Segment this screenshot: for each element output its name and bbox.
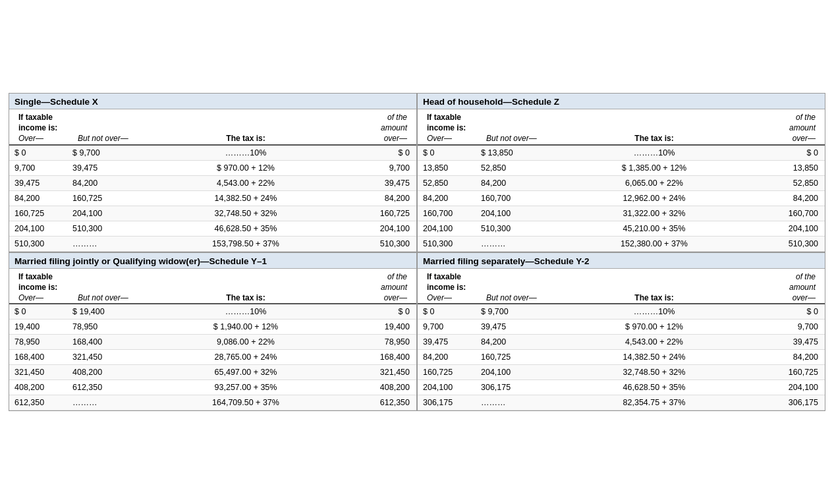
table-row: 408,200612,35093,257.00 + 35%408,200: [9, 380, 416, 395]
over-cell: $ 0: [418, 146, 477, 159]
table-row: 19,40078,950$ 1,940.00 + 12%19,400: [9, 320, 416, 335]
single-tax-label: The tax is:: [226, 134, 265, 143]
mfs-data-rows: $ 0$ 9,700………10%$ 09,70039,475$ 970.00 +…: [418, 304, 825, 410]
not-over-cell: 612,350: [69, 381, 128, 394]
over-cell: 84,200: [418, 192, 477, 205]
table-row: $ 0$ 9,700………10%$ 0: [418, 304, 825, 320]
mfj-but-not-col: But not over—: [74, 271, 133, 304]
not-over-cell: 204,100: [477, 366, 536, 379]
amount-over-cell: 160,700: [772, 207, 825, 220]
mfs-section: Married filing separately—Schedule Y-2 I…: [418, 253, 825, 411]
over-cell: 160,725: [418, 366, 477, 379]
not-over-cell: ………: [69, 237, 128, 250]
amount-over-cell: 510,300: [364, 237, 416, 250]
mfs-if-taxable-col: If taxableincome is: Over—: [423, 271, 482, 304]
table-row: 168,400321,45028,765.00 + 24%168,400: [9, 350, 416, 365]
over-cell: 510,300: [418, 237, 477, 250]
table-row: 78,950168,4009,086.00 + 22%78,950: [9, 335, 416, 350]
mfs-if-taxable: If taxableincome is:: [427, 272, 466, 292]
not-over-cell: 39,475: [477, 320, 536, 333]
table-row: 160,725204,10032,748.50 + 32%160,725: [9, 206, 416, 221]
over-cell: 19,400: [9, 320, 69, 333]
over-cell: 52,850: [418, 177, 477, 190]
single-over-label: Over—: [18, 134, 43, 143]
over-cell: 204,100: [9, 222, 69, 235]
mfs-tax-label: The tax is:: [634, 293, 673, 302]
tax-cell: 4,543.00 + 22%: [536, 335, 772, 349]
hoh-amount-col: of theamountover—: [767, 112, 820, 144]
amount-over-cell: 39,475: [364, 177, 416, 190]
table-row: 13,85052,850$ 1,385.00 + 12%13,850: [418, 161, 825, 176]
not-over-cell: $ 19,400: [69, 305, 128, 318]
tax-table: Single—Schedule X If taxableincome is: O…: [9, 93, 825, 411]
tax-cell: 6,065.00 + 22%: [536, 177, 772, 190]
table-row: 84,200160,72514,382.50 + 24%84,200: [418, 350, 825, 365]
mfs-amount-col: of theamountover—: [767, 271, 820, 304]
mfs-labels: If taxableincome is: Over— But not over—…: [418, 269, 825, 304]
amount-over-cell: 52,850: [772, 177, 825, 190]
mfj-tax-label: The tax is:: [226, 293, 265, 302]
mfj-but-not-label: But not over—: [78, 293, 128, 302]
amount-over-cell: 306,175: [772, 396, 825, 409]
mfs-amount-label: of theamountover—: [789, 272, 816, 302]
table-row: $ 0$ 13,850………10%$ 0: [418, 146, 825, 161]
mfj-data-rows: $ 0$ 19,400………10%$ 019,40078,950$ 1,940.…: [9, 304, 416, 410]
amount-over-cell: 13,850: [772, 161, 825, 175]
amount-over-cell: 84,200: [772, 350, 825, 364]
single-but-not-label: But not over—: [78, 134, 128, 143]
amount-over-cell: 204,100: [364, 222, 416, 235]
mfj-title: Married filing jointly or Qualifying wid…: [9, 253, 416, 269]
mfj-if-taxable: If taxableincome is:: [18, 272, 57, 292]
tax-cell: 14,382.50 + 24%: [128, 192, 364, 205]
single-labels: If taxableincome is: Over— But not over—…: [9, 109, 416, 144]
mfs-title: Married filing separately—Schedule Y-2: [418, 253, 825, 269]
tax-cell: $ 1,385.00 + 12%: [536, 161, 772, 175]
single-but-not-col: But not over—: [74, 112, 133, 144]
single-section: Single—Schedule X If taxableincome is: O…: [9, 94, 418, 252]
tax-cell: 14,382.50 + 24%: [536, 350, 772, 364]
mfj-if-taxable-col: If taxableincome is: Over—: [14, 271, 74, 304]
amount-over-cell: 160,725: [364, 207, 416, 220]
over-cell: 204,100: [418, 222, 477, 235]
tax-cell: 82,354.75 + 37%: [536, 396, 772, 409]
bottom-half: Married filing jointly or Qualifying wid…: [9, 253, 825, 411]
hoh-col-headers: If taxableincome is: Over— But not over—…: [423, 112, 820, 144]
hoh-title: Head of household—Schedule Z: [418, 94, 825, 109]
over-cell: 9,700: [9, 161, 69, 175]
tax-cell: 46,628.50 + 35%: [536, 381, 772, 394]
not-over-cell: $ 9,700: [477, 305, 536, 318]
amount-over-cell: 510,300: [772, 237, 825, 250]
over-cell: 321,450: [9, 366, 69, 379]
over-cell: 306,175: [418, 396, 477, 409]
over-cell: 84,200: [9, 192, 69, 205]
amount-over-cell: 204,100: [772, 222, 825, 235]
single-if-taxable-col: If taxableincome is: Over—: [14, 112, 74, 144]
table-row: 39,47584,2004,543.00 + 22%39,475: [418, 335, 825, 350]
table-row: 9,70039,475$ 970.00 + 12%9,700: [418, 320, 825, 335]
table-row: 204,100510,30045,210.00 + 35%204,100: [418, 221, 825, 237]
mfs-title-text: Married filing separately—Schedule Y-2: [423, 256, 590, 266]
amount-over-cell: 78,950: [364, 335, 416, 349]
amount-over-cell: 321,450: [364, 366, 416, 379]
over-cell: 612,350: [9, 396, 69, 409]
table-row: 510,300………153,798.50 + 37%510,300: [9, 237, 416, 252]
mfs-over-label: Over—: [427, 293, 452, 302]
over-cell: 160,700: [418, 207, 477, 220]
mfj-over-label: Over—: [18, 293, 43, 302]
not-over-cell: 204,100: [477, 207, 536, 220]
mfj-tax-col: The tax is:: [133, 271, 358, 304]
hoh-but-not-col: But not over—: [482, 112, 542, 144]
hoh-over-label: Over—: [427, 134, 452, 143]
single-col-headers: If taxableincome is: Over— But not over—…: [14, 112, 411, 144]
hoh-amount-label: of theamountover—: [789, 113, 816, 143]
not-over-cell: 78,950: [69, 320, 128, 333]
amount-over-cell: 160,725: [772, 366, 825, 379]
table-row: 321,450408,20065,497.00 + 32%321,450: [9, 365, 416, 380]
tax-cell: 32,748.50 + 32%: [536, 366, 772, 379]
tax-cell: 93,257.00 + 35%: [128, 381, 364, 394]
hoh-labels: If taxableincome is: Over— But not over—…: [418, 109, 825, 144]
tax-cell: 28,765.00 + 24%: [128, 350, 364, 364]
over-cell: 510,300: [9, 237, 69, 250]
tax-cell: 164,709.50 + 37%: [128, 396, 364, 409]
mfj-labels: If taxableincome is: Over— But not over—…: [9, 269, 416, 304]
